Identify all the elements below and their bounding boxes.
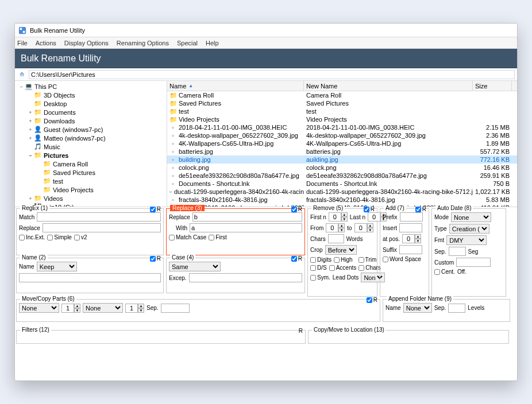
add-enable[interactable] [415,207,421,212]
moveparts-to[interactable]: None [83,303,123,313]
moveparts-enable[interactable] [367,297,372,303]
file-row[interactable]: ▫batteries.jpgbatteries.jpg557.72 KB [167,147,517,156]
add-insert[interactable] [399,223,422,232]
file-row[interactable]: 📁testtest [167,107,517,115]
file-row[interactable]: 📁Saved PicturesSaved Pictures [167,99,517,107]
menu-file[interactable]: File [17,40,28,46]
autodate-custom[interactable] [456,258,491,267]
replace-matchcase[interactable] [169,235,175,240]
menu-special[interactable]: Special [177,40,198,46]
panel-moveparts: Move/Copy Parts (6) R None ▲▼ None ▲▼ Se… [16,299,380,322]
add-suffix[interactable] [399,245,422,254]
file-list-body[interactable]: 📁Camera RollCamera Roll📁Saved PicturesSa… [167,91,517,207]
tree-item[interactable]: 📁3D Objects [15,91,167,99]
menu-renaming[interactable]: Renaming Options [117,40,169,46]
tree-item[interactable]: −💻This PC [15,82,167,91]
autodate-type[interactable]: Creation ( [449,224,489,234]
reset-icon[interactable]: R [157,255,161,262]
replace-with-input[interactable] [190,223,302,232]
remove-to[interactable] [354,223,367,232]
reset-icon[interactable]: R [157,206,161,212]
tree-item[interactable]: +👤Matteo (windows7-pc) [15,134,167,142]
name-enable[interactable] [150,256,156,262]
add-pos[interactable] [402,234,415,243]
panel-replace-title: Replace (3) [170,205,205,211]
reset-icon[interactable]: R [371,206,375,212]
panel-copymove-title: Copy/Move to Location (13) [312,327,386,333]
tree-item[interactable]: +📁Videos [15,194,167,203]
menu-actions[interactable]: Actions [36,40,56,46]
tree-item[interactable]: +📁Documents [15,108,167,116]
window-title: Bulk Rename Utility [30,27,85,34]
col-newname[interactable]: New Name [304,81,473,91]
regex-match-input[interactable] [37,212,161,222]
svg-rect-2 [23,30,25,33]
name-value[interactable] [19,273,161,282]
tree-item[interactable]: 📁Camera Roll [15,160,167,168]
file-row[interactable]: ▫4K-Wallpapers-Cs65-Ultra-HD.jpg4K-Wallp… [167,139,517,147]
moveparts-from[interactable]: None [19,303,59,313]
autodate-fmt[interactable]: DMY [446,235,487,245]
file-row[interactable]: ▫colock.pngcolock.png16.46 KB [167,164,517,172]
regex-incext[interactable] [19,235,25,240]
panel-copymove: Copy/Move to Location (13) [308,330,509,344]
reset-icon[interactable]: R [299,328,303,334]
remove-firstn[interactable] [329,212,341,222]
col-size[interactable]: Size [473,81,512,91]
file-row[interactable]: ▫fractals-3840x2160-4k-3816.jpgfractals-… [167,196,517,204]
appendfolder-name[interactable]: None [403,303,432,313]
file-list: Name▲ New Name Size 📁Camera RollCamera R… [167,81,517,207]
tree-item[interactable]: 📁Saved Pictures [15,168,167,177]
remove-crop[interactable]: Before [325,245,357,255]
file-row[interactable]: ▫ducati-1299-superleggera-3840x2160-4k-r… [167,188,517,196]
reset-icon[interactable]: R [373,297,377,303]
tree-item[interactable]: −📁Pictures [15,151,167,160]
regex-simple[interactable] [47,235,53,240]
replace-enable[interactable] [291,207,297,212]
file-row[interactable]: ▫de51eeafe3932862c908d80a78a6477e.jpgde5… [167,172,517,180]
file-row[interactable]: ▫2018-04-21-11-01-00-IMG_0038.HEIC2018-0… [167,123,517,131]
tree-item[interactable]: +👤Guest (windows7-pc) [15,125,167,134]
panel-case: Case (4) R Same Excep. [166,258,305,293]
remove-lastn[interactable] [368,212,380,222]
col-name[interactable]: Name▲ [167,81,304,91]
tree-item[interactable]: 📁test [15,177,167,185]
add-prefix[interactable] [400,212,423,222]
add-wordspace[interactable] [383,257,388,262]
regex-replace-input[interactable] [43,223,161,232]
path-input[interactable] [29,70,515,79]
reset-icon[interactable]: R [298,255,302,262]
menu-display[interactable]: Display Options [64,40,109,46]
file-row[interactable]: ▫building.jpgauilding.jpg772.16 KB [167,156,517,164]
reset-icon[interactable]: R [298,206,302,212]
file-row[interactable]: ▫Documents - Shortcut.lnkDocuments - Sho… [167,180,517,188]
remove-chars[interactable] [328,234,344,243]
regex-v2[interactable] [74,235,80,240]
file-row[interactable]: 📁Video ProjectsVideo Projects [167,115,517,123]
tree-item[interactable]: 🎵Music [15,142,167,151]
replace-first[interactable] [209,235,214,240]
tree-item[interactable]: +📁Downloads [15,116,167,125]
case-excep[interactable] [189,273,302,282]
sort-asc-icon: ▲ [188,83,193,88]
file-row[interactable]: 📁Camera RollCamera Roll [167,91,517,99]
remove-from[interactable] [326,223,338,232]
file-row[interactable]: ▫4k-desktop-wallpaper_065227602_309.jpg4… [167,131,517,139]
tree-item[interactable]: 📁Video Projects [15,185,167,194]
name-mode[interactable]: Keep [37,262,77,271]
remove-enable[interactable] [364,207,369,212]
autodate-sep[interactable] [449,247,466,256]
up-folder-icon[interactable]: ⟰ [17,70,26,79]
folder-tree[interactable]: −💻This PC📁3D Objects📁Desktop+📁Documents+… [15,81,167,207]
tree-item[interactable]: 📁Desktop [15,99,167,108]
reset-icon[interactable]: R [422,206,426,212]
autodate-mode[interactable]: None [451,212,491,222]
menu-help[interactable]: Help [206,40,219,46]
replace-input[interactable] [192,212,302,222]
regex-enable[interactable] [150,207,156,212]
titlebar: Bulk Rename Utility [15,24,517,37]
file-list-header: Name▲ New Name Size [167,81,517,91]
case-enable[interactable] [291,256,297,262]
moveparts-sep[interactable] [161,304,190,313]
case-mode[interactable]: Same [169,262,221,271]
